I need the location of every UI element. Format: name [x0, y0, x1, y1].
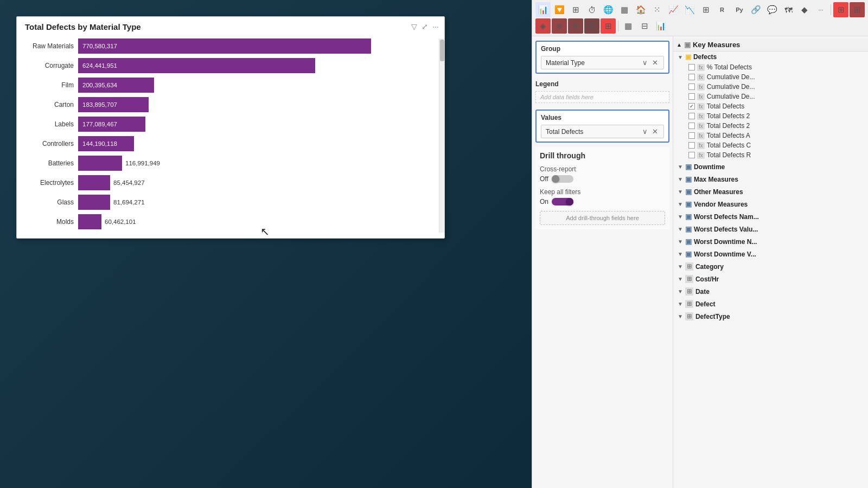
field-checkbox[interactable]: [688, 123, 695, 129]
defects-header[interactable]: ▼ ▣ Defects: [673, 52, 868, 62]
table-icon2[interactable]: ▦: [621, 18, 636, 34]
field-calc-icon: fx: [697, 123, 705, 130]
cluster-icon[interactable]: ⊞: [568, 2, 583, 17]
link-icon[interactable]: 🔗: [748, 2, 763, 17]
bar-fill[interactable]: [78, 214, 101, 229]
python-icon[interactable]: Py: [732, 2, 747, 17]
defect-header[interactable]: ▼ ⊞ Defect: [673, 298, 868, 310]
bar-fill[interactable]: 177,089,467: [78, 117, 145, 132]
field-item[interactable]: fxTotal Defects 2: [684, 111, 868, 121]
more-icon[interactable]: ···: [432, 22, 439, 31]
drill-add-field[interactable]: Add drill-through fields here: [540, 211, 665, 225]
values-remove-btn[interactable]: ✕: [651, 127, 659, 136]
more-icon2[interactable]: ···: [813, 2, 828, 17]
bar-fill[interactable]: [78, 156, 122, 171]
custom-viz-5[interactable]: ⊕: [568, 18, 583, 34]
group-section: Group Material Type ∨ ✕: [535, 41, 669, 74]
field-item[interactable]: fx% Total Defects: [684, 62, 868, 72]
keep-filters-state: On: [540, 198, 548, 206]
map-icon[interactable]: 🗺: [781, 2, 796, 17]
field-checkbox[interactable]: [688, 113, 695, 119]
max-measures-folder: ▣: [685, 175, 692, 183]
table-icon[interactable]: ▦: [617, 2, 632, 17]
bar-fill[interactable]: 770,580,317: [78, 38, 371, 54]
bar-fill[interactable]: 200,395,634: [78, 78, 154, 93]
home-icon[interactable]: 🏠: [633, 2, 648, 17]
defecttype-header[interactable]: ▼ ⊞ DefectType: [673, 311, 868, 322]
field-checkbox[interactable]: [688, 64, 695, 70]
bar-row: Corrugate624,441,951: [25, 57, 431, 74]
field-item[interactable]: fxTotal Defects R: [684, 150, 868, 160]
values-field[interactable]: Total Defects ∨ ✕: [541, 125, 664, 138]
custom-viz-4[interactable]: ⊗: [552, 18, 567, 34]
field-checkbox[interactable]: [688, 74, 695, 80]
custom-viz-6[interactable]: ⊛: [584, 18, 599, 34]
scrollbar-thumb[interactable]: [440, 40, 444, 61]
group-field-actions: ∨ ✕: [641, 59, 659, 67]
costhr-header[interactable]: ▼ ⊞ Cost/Hr: [673, 273, 868, 285]
category-table-icon: ⊞: [685, 262, 693, 271]
r-icon[interactable]: R: [714, 2, 730, 17]
field-item[interactable]: fxCumulative De...: [684, 72, 868, 82]
cross-report-toggle[interactable]: [552, 175, 573, 183]
group-remove-btn[interactable]: ✕: [651, 59, 659, 67]
bar-chart-icon[interactable]: 📊: [535, 2, 551, 17]
worst-defects-val-header[interactable]: ▼ ▣ Worst Defects Valu...: [673, 223, 868, 235]
keep-filters-toggle[interactable]: [552, 198, 573, 206]
worst-downtime-n-header[interactable]: ▼ ▣ Worst Downtime N...: [673, 236, 868, 247]
grid-icon[interactable]: ⊞: [698, 2, 713, 17]
filter-icon[interactable]: ▽: [411, 22, 417, 31]
custom-viz-2[interactable]: ⊞: [850, 2, 865, 17]
area-icon[interactable]: 📉: [682, 2, 697, 17]
scatter-icon[interactable]: ⁙: [649, 2, 665, 17]
group-field[interactable]: Material Type ∨ ✕: [541, 56, 664, 69]
worst-defects-nam-header[interactable]: ▼ ▣ Worst Defects Nam...: [673, 211, 868, 222]
bar-row: Carton183,895,707: [25, 97, 431, 113]
worst-downtime-v-header[interactable]: ▼ ▣ Worst Downtime V...: [673, 248, 868, 260]
values-expand-btn[interactable]: ∨: [641, 127, 649, 136]
custom-viz-1[interactable]: ⊞: [833, 2, 848, 17]
field-item[interactable]: fxTotal Defects C: [684, 140, 868, 150]
filter-icon[interactable]: 🔽: [552, 2, 567, 17]
field-item[interactable]: ✓fxTotal Defects: [684, 101, 868, 111]
field-item[interactable]: fxTotal Defects 2: [684, 121, 868, 131]
vendor-measures-header[interactable]: ▼ ▣ Vendor Measures: [673, 198, 868, 210]
key-measures-header[interactable]: ▲ ▣ Key Measures: [673, 38, 868, 52]
field-calc-icon: fx: [697, 113, 705, 120]
category-header[interactable]: ▼ ⊞ Category: [673, 261, 868, 272]
field-checkbox[interactable]: ✓: [688, 103, 695, 110]
chart-icon2[interactable]: 📊: [653, 18, 668, 34]
bar-fill[interactable]: 183,895,707: [78, 97, 149, 112]
bar-fill[interactable]: [78, 195, 110, 210]
custom-viz-7[interactable]: ⊞: [601, 18, 616, 34]
group-expand-btn[interactable]: ∨: [641, 59, 649, 67]
other-measures-header[interactable]: ▼ ▣ Other Measures: [673, 186, 868, 197]
field-checkbox[interactable]: [688, 152, 695, 158]
field-checkbox[interactable]: [688, 142, 695, 149]
bar-fill[interactable]: 144,190,118: [78, 136, 134, 151]
field-item[interactable]: fxCumulative De...: [684, 92, 868, 101]
focus-icon[interactable]: ⤢: [422, 22, 428, 31]
key-measures-icon: ▣: [684, 41, 691, 49]
bar-fill[interactable]: 624,441,951: [78, 58, 315, 73]
cross-report-label: Cross-report: [540, 165, 665, 173]
field-checkbox[interactable]: [688, 132, 695, 139]
chart-scrollbar[interactable]: [439, 38, 444, 233]
bar-fill[interactable]: [78, 175, 110, 190]
format-icon[interactable]: ⊟: [637, 18, 652, 34]
clock-icon[interactable]: ⏱: [584, 2, 599, 17]
diamond-icon[interactable]: ◆: [797, 2, 812, 17]
comment-icon[interactable]: 💬: [764, 2, 780, 17]
custom-viz-3[interactable]: ◈: [535, 18, 551, 34]
date-header[interactable]: ▼ ⊞ Date: [673, 286, 868, 297]
field-item[interactable]: fxCumulative De...: [684, 82, 868, 92]
field-item[interactable]: fxTotal Defects A: [684, 131, 868, 140]
field-checkbox[interactable]: [688, 84, 695, 90]
legend-label: Legend: [535, 80, 669, 88]
line-icon[interactable]: 📈: [666, 2, 681, 17]
max-measures-header[interactable]: ▼ ▣ Max Measures: [673, 174, 868, 185]
worst-downtime-v-section: ▼ ▣ Worst Downtime V...: [673, 248, 868, 260]
globe-icon[interactable]: 🌐: [601, 2, 616, 17]
downtime-header[interactable]: ▼ ▣ Downtime: [673, 161, 868, 172]
field-checkbox[interactable]: [688, 93, 695, 100]
